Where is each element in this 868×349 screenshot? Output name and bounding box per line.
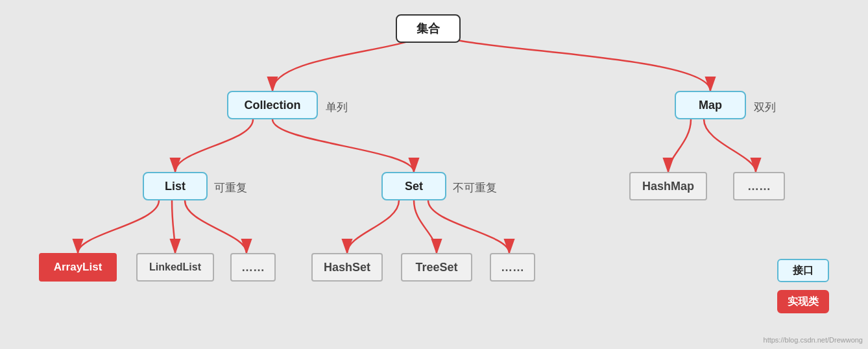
legend-impl: 实现类 [777, 290, 829, 313]
node-set: Set [381, 172, 446, 200]
legend-impl-box: 实现类 [777, 290, 829, 313]
node-collection: Collection [227, 91, 318, 119]
label-repeatable: 可重复 [214, 180, 247, 195]
node-arraylist: ArrayList [39, 253, 117, 282]
node-map: Map [675, 91, 746, 119]
node-listdots: …… [230, 253, 276, 282]
label-nonrepeatable: 不可重复 [453, 180, 497, 195]
legend-interface: 接口 [777, 259, 829, 282]
node-setdots: …… [490, 253, 535, 282]
watermark: https://blog.csdn.net/Drewwong [764, 336, 863, 344]
legend: 接口 实现类 [777, 259, 829, 313]
label-single: 单列 [326, 100, 348, 115]
diagram-container: 集合 Collection Map 单列 双列 List 可重复 Set 不可重… [0, 0, 868, 349]
node-linkedlist: LinkedList [136, 253, 214, 282]
node-hashmap: HashMap [629, 172, 707, 200]
node-list: List [143, 172, 208, 200]
node-mapdots: …… [733, 172, 785, 200]
label-double: 双列 [754, 100, 776, 115]
node-hashset: HashSet [311, 253, 383, 282]
node-jihe: 集合 [396, 14, 461, 43]
legend-interface-box: 接口 [777, 259, 829, 282]
node-treeset: TreeSet [401, 253, 472, 282]
